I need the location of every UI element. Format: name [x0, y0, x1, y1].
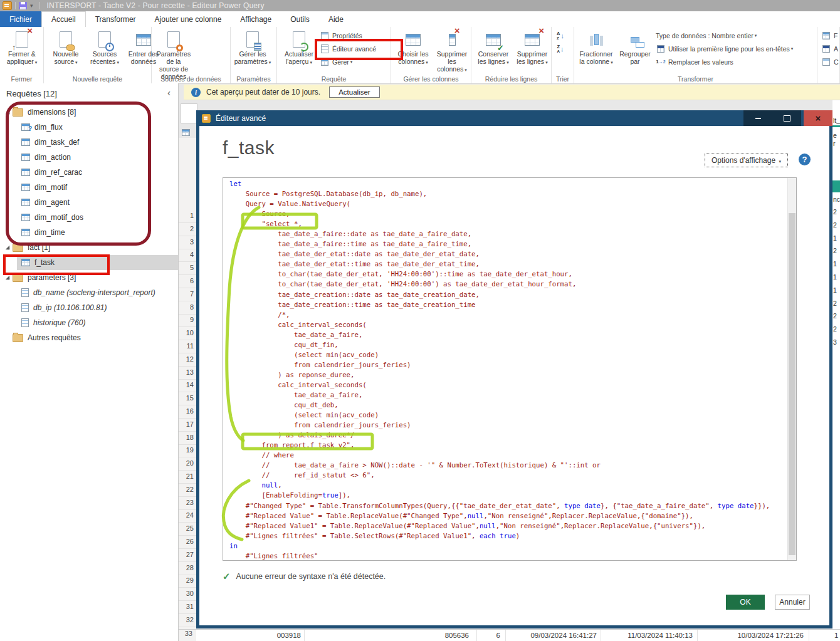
page-refresh-icon [293, 30, 305, 49]
table-delrow-icon: × [525, 30, 540, 49]
refresh-preview-button[interactable]: Actualiserl'aperçu▾ [280, 29, 318, 66]
close-and-apply-button[interactable]: ×↑Fermer &appliquer▾ [3, 29, 41, 66]
query-label: dim_flux [34, 123, 63, 132]
advanced-editor-button[interactable]: Éditeur avancé [320, 42, 376, 55]
save-icon[interactable] [19, 2, 27, 9]
dialog-title-bar[interactable]: Éditeur avancé × [196, 110, 832, 126]
query-item-parameters[interactable]: parameters [3] [0, 270, 178, 285]
expand-arrow-icon[interactable] [6, 110, 9, 114]
code-line: tae_date_der_etat::time as tae_date_der_… [229, 259, 787, 269]
keep-rows-button[interactable]: ✓Conserverles lignes▾ [474, 29, 513, 66]
queries-pane-title: Requêtes [12] [6, 89, 57, 98]
use-first-row-as-headers-button[interactable]: Utiliser la première ligne pour les en-t… [656, 42, 793, 55]
tab-aide[interactable]: Aide [319, 11, 353, 27]
query-item-Autres[interactable]: Autres requêtes [0, 330, 178, 345]
background-table-fragment: lt_ernc22121112223 [832, 100, 840, 629]
tab-ajouter-une-colonne[interactable]: Ajouter une colonne [145, 11, 231, 27]
data-source-settings-button[interactable]: Paramètres de lasource de données [154, 29, 193, 80]
collapse-pane-icon[interactable]: ‹ [167, 87, 171, 98]
query-item-dim_time[interactable]: dim_time [0, 225, 178, 240]
query-label: dim_motif [34, 183, 67, 192]
power-query-window: ▾ INTERSPORT - Tache V2 - Pour recette -… [0, 0, 840, 641]
adv-icon [320, 44, 330, 53]
query-item-dimensions[interactable]: dimensions [8] [0, 105, 178, 120]
display-options-dropdown[interactable]: Options d'affichage ▾ [705, 154, 788, 167]
code-line: ) as reponse_duree, [229, 370, 787, 380]
expand-arrow-icon[interactable] [6, 276, 9, 279]
remove-rows-button[interactable]: ×Supprimerles lignes▾ [513, 29, 552, 66]
manage-button[interactable]: Gérer▾ [320, 55, 376, 68]
ribbon-group-cut: FAC [817, 27, 840, 83]
cell-fragment: 2 [833, 221, 837, 229]
formula-bar-fragment [181, 103, 197, 123]
query-item-dim_agent[interactable]: dim_agent [0, 195, 178, 210]
tab-outils[interactable]: Outils [281, 11, 319, 27]
scrollbar-thumb[interactable] [789, 213, 795, 555]
column-header-fragment: lt_ [833, 117, 840, 124]
cell-fragment: 2 [833, 247, 837, 254]
code-line: tae_date_a_faire::time as tae_date_a_fai… [229, 239, 787, 249]
button-label: Éditeur avancé [332, 45, 376, 53]
properties-button[interactable]: Propriétés [320, 29, 376, 42]
tree-indent [6, 336, 9, 340]
expand-arrow-icon[interactable] [6, 246, 9, 249]
replace-icon: 1→2 [656, 57, 666, 66]
code-line: to_char(tae_date_der_etat, 'HH24:00:00')… [229, 269, 787, 279]
sort-descending-button[interactable]: ZA↓ [555, 42, 568, 55]
tree-indent [6, 155, 9, 159]
tree-indent [6, 231, 9, 234]
tab-fichier[interactable]: Fichier [0, 11, 41, 27]
query-item-dim_motif[interactable]: dim_motif [0, 180, 178, 195]
replace-values-button[interactable]: 1→2Remplacer les valeurs [656, 55, 793, 68]
query-item-db_name[interactable]: db_name (socleng-intersport_report) [0, 285, 178, 300]
help-icon[interactable]: ? [799, 154, 811, 165]
cancel-button[interactable]: Annuler [775, 595, 810, 610]
dialog-title: Éditeur avancé [216, 114, 266, 123]
minimize-button[interactable] [743, 110, 772, 126]
table-delcol-icon: × [449, 30, 456, 49]
sort-ascending-button[interactable]: AZ↓ [555, 29, 568, 42]
data-type-button[interactable]: Type de données : Nombre entier▾ [656, 29, 793, 42]
query-item-historique[interactable]: historique (760) [0, 315, 178, 330]
ribbon-group-sources-de-données: Paramètres de lasource de donnéesSources… [152, 27, 231, 83]
combine-files-button[interactable]: C [821, 55, 839, 68]
query-item-dim_task_def[interactable]: dim_task_def [0, 135, 178, 150]
maximize-button[interactable] [772, 110, 801, 126]
code-line: tae_date_a_faire::date as tae_date_a_fai… [229, 229, 787, 239]
ok-button[interactable]: OK [726, 595, 765, 610]
query-item-db_ip[interactable]: db_ip (10.106.100.81) [0, 300, 178, 315]
notification-text: Cet aperçu peut dater de 10 jours. [206, 88, 320, 96]
new-source-button[interactable]: Nouvellesource▾ [46, 29, 85, 66]
query-item-dim_ref_carac[interactable]: dim_ref_carac [0, 165, 178, 180]
query-label: parameters [3] [28, 273, 76, 282]
query-item-f_task[interactable]: f_task [0, 255, 178, 270]
recent-sources-button[interactable]: Sourcesrécentes▾ [85, 29, 124, 66]
code-line: tae_date_a_faire, [229, 390, 787, 400]
code-line: let [229, 179, 787, 189]
query-item-fact[interactable]: fact [1] [0, 240, 178, 255]
close-button[interactable]: × [804, 110, 832, 126]
split-icon [594, 30, 599, 49]
quick-access-caret-icon[interactable]: ▾ [30, 3, 33, 9]
remove-columns-button[interactable]: ×Supprimer lescolonnes▾ [433, 29, 471, 74]
query-item-dim_motif_dos[interactable]: dim_motif_dos [0, 210, 178, 225]
choose-columns-button[interactable]: Choisir lescolonnes▾ [394, 29, 433, 66]
folder-icon [13, 334, 23, 342]
tab-affichage[interactable]: Affichage [231, 11, 281, 27]
m-code[interactable]: let Source = PostgreSQL.Database(db_ip, … [223, 179, 787, 560]
manage-parameters-button[interactable]: Gérer lesparamètres▾ [233, 29, 272, 66]
code-line: // where [229, 451, 787, 461]
tab-accueil[interactable]: Accueil [41, 11, 86, 27]
split-column-button[interactable]: Fractionnerla colonne▾ [577, 29, 616, 66]
scrollbar[interactable] [787, 178, 796, 560]
tab-transformer[interactable]: Transformer [86, 11, 145, 27]
query-item-dim_flux[interactable]: dim_flux [0, 120, 178, 135]
code-editor[interactable]: let Source = PostgreSQL.Database(db_ip, … [223, 177, 797, 561]
row-number: 19 [179, 446, 194, 454]
group-by-button[interactable]: Regrouperpar [616, 29, 654, 65]
merge-queries-button[interactable]: F [821, 29, 839, 42]
append-queries-button[interactable]: A [821, 42, 839, 55]
query-item-dim_action[interactable]: dim_action [0, 150, 178, 165]
refresh-button[interactable]: Actualiser [329, 86, 380, 98]
syntax-status: ✓ Aucune erreur de syntaxe n'a été détec… [223, 571, 386, 582]
